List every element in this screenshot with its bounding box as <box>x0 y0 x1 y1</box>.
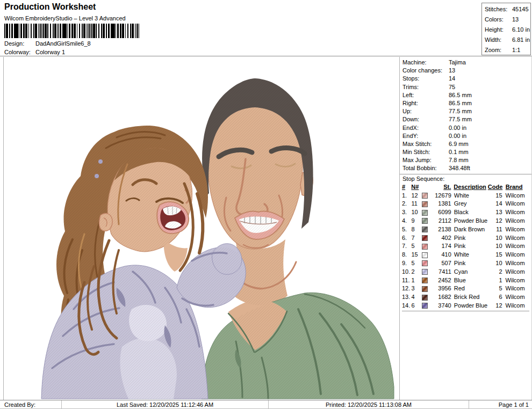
created-by: Created By: <box>0 400 62 409</box>
design-preview-area <box>3 57 399 400</box>
needle-number: 1 <box>411 276 421 285</box>
machine-info-value: 0.1 mm <box>449 149 469 155</box>
swatch-cell <box>422 201 430 207</box>
needle-number: 5 <box>411 259 421 268</box>
machine-info-value: 77.5 mm <box>449 116 472 122</box>
machine-info-row: Right:86.5 mm <box>402 99 531 107</box>
machine-info-value: 86.5 mm <box>449 92 472 98</box>
stop-number: 8. <box>402 251 411 259</box>
machine-info-label: Machine: <box>402 59 449 67</box>
machine-info-row: Total Bobbin:348.48ft <box>402 164 531 172</box>
col-header-needle: N# <box>411 183 421 192</box>
stop-number: 1. <box>402 192 411 200</box>
thread-color-swatch <box>422 303 428 309</box>
machine-info-value: 0.00 in <box>449 133 466 139</box>
needle-number: 3 <box>411 284 421 293</box>
design-summary-box: Stitches:45145 Colors:13 Height:6.10 in … <box>481 3 531 55</box>
stitch-count: 2452 <box>430 276 451 285</box>
machine-info-value: 14 <box>449 75 455 82</box>
needle-number: 6 <box>411 302 421 310</box>
machine-info-value: 77.5 mm <box>449 108 472 114</box>
thread-brand: Wilcom <box>506 251 529 259</box>
stop-number: 12. <box>402 284 411 293</box>
thread-description: Powder Blue <box>454 302 488 310</box>
thread-color-swatch <box>422 227 428 232</box>
machine-info-row: Min Stitch:0.1 mm <box>402 148 531 156</box>
summary-value: 45145 <box>512 6 529 12</box>
stop-number: 11. <box>402 276 411 285</box>
swatch-cell <box>422 235 430 241</box>
swatch-cell <box>422 269 430 275</box>
machine-info-label: Trims: <box>402 83 449 91</box>
machine-info-label: Max Stitch: <box>402 140 449 148</box>
stitch-count: 410 <box>430 251 451 259</box>
stop-sequence-rows: 1. 12 12679 White 15 Wilcom 2. 11 1381 <box>402 192 529 310</box>
summary-row: Zoom:1:1 <box>485 45 530 55</box>
thread-code: 15 <box>488 251 502 259</box>
needle-number: 9 <box>411 217 421 225</box>
thread-brand: Wilcom <box>506 268 529 276</box>
machine-info-row: EndY:0.00 in <box>402 132 531 140</box>
thread-code: 15 <box>488 192 502 200</box>
stitch-count: 12679 <box>430 192 451 200</box>
stitch-count: 2112 <box>430 217 451 225</box>
machine-info-label: Min Stitch: <box>402 148 449 156</box>
page-number: Page 1 of 1 <box>469 400 532 409</box>
thread-code: 10 <box>488 242 502 251</box>
stitch-count: 3956 <box>430 284 451 293</box>
swatch-cell <box>422 295 430 301</box>
stop-sequence-row: 14. 6 3740 Powder Blue 12 Wilcom <box>402 302 529 310</box>
thread-description: Pink <box>454 259 488 268</box>
swatch-cell <box>422 252 430 258</box>
summary-label: Zoom: <box>485 45 512 55</box>
machine-info-row: Stops:14 <box>402 75 531 83</box>
machine-info-value: 7.8 mm <box>449 157 469 163</box>
thread-description: Cyan <box>454 268 488 276</box>
machine-info-value: 348.48ft <box>449 165 470 171</box>
stitch-count: 7411 <box>430 268 451 276</box>
header: Production Worksheet Wilcom EmbroiderySt… <box>0 0 532 56</box>
stop-number: 9. <box>402 259 411 268</box>
embroidery-design-preview <box>4 57 400 399</box>
stop-number: 2. <box>402 200 411 208</box>
stitch-count: 1682 <box>430 293 451 302</box>
thread-code: 12 <box>488 302 502 310</box>
summary-row: Width:6.81 in <box>485 35 530 45</box>
colorway-name: Colorway 1 <box>35 49 65 55</box>
thread-color-swatch <box>422 286 428 292</box>
needle-number: 12 <box>411 192 421 200</box>
thread-description: Pink <box>454 242 488 251</box>
thread-description: Pink <box>454 234 488 243</box>
swatch-cell <box>422 227 430 232</box>
col-header-description: Description <box>454 183 487 192</box>
stop-sequence-row: 3. 10 6099 Black 13 Wilcom <box>402 208 529 217</box>
thread-brand: Wilcom <box>506 234 529 243</box>
swatch-cell <box>422 303 430 309</box>
summary-value: 13 <box>512 16 519 23</box>
needle-number: 2 <box>411 268 421 276</box>
stitch-count: 1381 <box>430 200 451 208</box>
thread-code: 13 <box>488 208 502 217</box>
machine-info-row: Left:86.5 mm <box>402 91 531 99</box>
stitch-count: 3740 <box>430 302 451 310</box>
thread-brand: Wilcom <box>506 293 529 302</box>
machine-info-label: Max Jump: <box>402 156 449 164</box>
last-saved: Last Saved: 12/20/2025 11:12:46 AM <box>62 400 269 409</box>
swatch-cell <box>422 218 430 224</box>
stitch-count: 507 <box>430 259 451 268</box>
thread-description: Red <box>454 284 488 293</box>
machine-info-label: Color changes: <box>402 67 449 75</box>
needle-number: 10 <box>411 208 421 217</box>
needle-number: 11 <box>411 200 421 208</box>
thread-code: 10 <box>488 234 502 243</box>
thread-description: Powder Blue <box>454 217 488 225</box>
swatch-cell <box>422 210 430 216</box>
stop-number: 4. <box>402 217 411 225</box>
machine-info-row: Up:77.5 mm <box>402 107 531 115</box>
machine-info-row: Max Stitch:6.9 mm <box>402 140 531 148</box>
design-name: DadAndGirlSmile6_8 <box>35 40 91 47</box>
machine-info-label: EndY: <box>402 132 449 140</box>
machine-info-label: Right: <box>402 99 449 107</box>
summary-row: Height:6.10 in <box>485 25 530 35</box>
thread-code: 12 <box>488 217 502 225</box>
